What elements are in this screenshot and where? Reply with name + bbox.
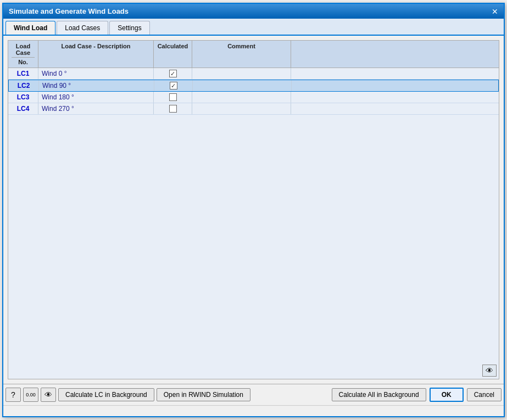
cell-calculated[interactable] [154, 92, 192, 103]
tab-bar: Wind Load Load Cases Settings [3, 19, 504, 36]
calc-lc-bg-button[interactable]: Calculate LC in Background [58, 388, 154, 401]
table-row[interactable]: LC4 Wind 270 ° [8, 103, 499, 115]
cell-calculated[interactable] [154, 68, 192, 79]
table-row[interactable]: LC1 Wind 0 ° [8, 68, 499, 80]
main-window: Simulate and Generate Wind Loads ✕ Wind … [2, 3, 505, 417]
cell-extra [292, 80, 498, 91]
table-body-area: LC1 Wind 0 ° LC2 Wind 90 ° [8, 68, 499, 379]
status-bar [3, 405, 504, 416]
calc-all-bg-button[interactable]: Calculate All in Background [332, 388, 426, 401]
main-content: Load Case No. Load Case - Description Ca… [3, 36, 504, 384]
table-body: LC1 Wind 0 ° LC2 Wind 90 ° [8, 68, 499, 379]
table-header: Load Case No. Load Case - Description Ca… [8, 41, 499, 68]
checkbox-calculated[interactable] [169, 70, 177, 77]
footer-left: ? 0.00 👁 Calculate LC in Background Open… [5, 388, 250, 402]
col-comment: Comment [192, 41, 291, 68]
title-bar: Simulate and Generate Wind Loads ✕ [3, 4, 504, 19]
footer-right: Calculate All in Background OK Cancel [332, 388, 502, 402]
checkbox-calculated[interactable] [169, 105, 177, 113]
eye-button[interactable]: 👁 [482, 365, 497, 377]
checkbox-calculated[interactable] [170, 82, 177, 89]
checkbox-calculated[interactable] [169, 93, 177, 101]
table-row[interactable]: LC2 Wind 90 ° [8, 80, 499, 92]
data-table: Load Case No. Load Case - Description Ca… [8, 40, 499, 379]
cell-calculated[interactable] [154, 103, 192, 114]
cell-description: Wind 0 ° [38, 68, 154, 79]
tab-settings[interactable]: Settings [109, 21, 149, 35]
cell-comment [192, 68, 291, 79]
eye-toolbar-button[interactable]: 👁 [41, 388, 56, 402]
eye-icon-corner[interactable]: 👁 [481, 363, 498, 378]
col-extra [291, 41, 499, 68]
cell-description: Wind 90 ° [39, 80, 154, 91]
cell-description: Wind 270 ° [38, 103, 154, 114]
cell-extra [291, 68, 499, 79]
cell-extra [291, 92, 499, 103]
tab-wind-load[interactable]: Wind Load [5, 21, 55, 35]
cell-comment [192, 92, 291, 103]
col-calculated: Calculated [154, 41, 192, 68]
value-button[interactable]: 0.00 [23, 388, 38, 402]
table-row[interactable]: LC3 Wind 180 ° [8, 92, 499, 103]
eye-toolbar-icon: 👁 [44, 390, 52, 399]
col-description: Load Case - Description [38, 41, 154, 68]
ok-button[interactable]: OK [430, 388, 464, 402]
cell-comment [192, 103, 291, 114]
help-icon: ? [11, 390, 15, 399]
cell-lc-no: LC3 [8, 92, 38, 103]
cell-comment [193, 80, 292, 91]
close-button[interactable]: ✕ [492, 8, 498, 15]
cancel-button[interactable]: Cancel [467, 388, 502, 401]
cell-lc-no: LC1 [8, 68, 38, 79]
col-load-case-no: Load Case No. [8, 41, 38, 68]
help-button[interactable]: ? [5, 388, 21, 402]
eye-icon: 👁 [486, 366, 493, 375]
tab-load-cases[interactable]: Load Cases [57, 21, 108, 35]
value-icon: 0.00 [26, 392, 36, 397]
cell-description: Wind 180 ° [38, 92, 154, 103]
cell-extra [291, 103, 499, 114]
window-title: Simulate and Generate Wind Loads [9, 7, 129, 15]
cell-lc-no: LC2 [9, 80, 39, 91]
footer-toolbar: ? 0.00 👁 Calculate LC in Background Open… [3, 384, 504, 405]
cell-calculated[interactable] [154, 80, 193, 91]
cell-lc-no: LC4 [8, 103, 38, 114]
open-rwind-button[interactable]: Open in RWIND Simulation [157, 388, 250, 401]
